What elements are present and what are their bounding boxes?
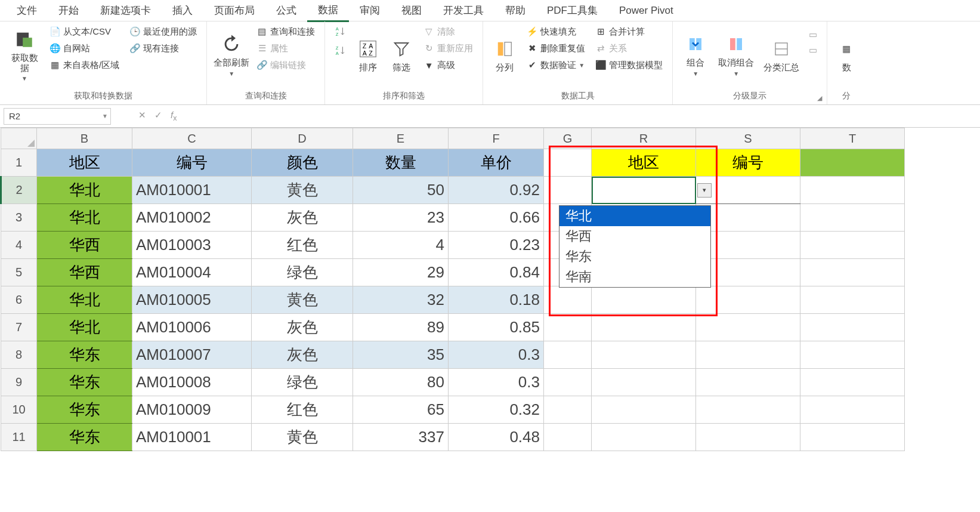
col-header-B[interactable]: B [37,128,132,149]
row-header-11[interactable]: 11 [1,424,37,451]
from-table-button[interactable]: ▦来自表格/区域 [47,57,122,73]
cell-F2[interactable]: 0.92 [449,177,544,204]
col-header-F[interactable]: F [449,128,544,149]
cell-G2[interactable] [544,177,592,204]
cell-E7[interactable]: 89 [353,314,449,341]
cancel-icon[interactable]: ✕ [138,110,146,122]
cell-E6[interactable]: 32 [353,286,449,314]
cell-D11[interactable]: 黄色 [252,424,353,451]
cell-T1[interactable] [800,149,905,177]
row-header-6[interactable]: 6 [1,286,37,314]
cell-F6[interactable]: 0.18 [449,286,544,314]
cell-F9[interactable]: 0.3 [449,369,544,396]
cell-D4[interactable]: 红色 [252,232,353,259]
validation-dropdown-button[interactable]: ▾ [697,183,712,198]
cell-R7[interactable] [592,314,696,341]
row-header-5[interactable]: 5 [1,259,37,286]
tab-insert[interactable]: 插入 [162,0,203,21]
tab-formula[interactable]: 公式 [265,0,307,21]
cell-G9[interactable] [544,369,592,396]
cell-S2[interactable] [696,177,800,204]
cell-R2[interactable] [592,177,696,204]
flash-fill-button[interactable]: ⚡快速填充 [524,24,588,39]
row-header-2[interactable]: 2 [1,177,37,204]
tab-home[interactable]: 开始 [48,0,89,21]
clear-filter-button[interactable]: ▽清除 [421,24,475,39]
sort-button[interactable]: ZAAZ 排序 [354,24,382,87]
row-header-1[interactable]: 1 [1,149,37,177]
cell-S8[interactable] [696,341,800,369]
tab-pdf[interactable]: PDF工具集 [536,0,608,21]
data-model-button[interactable]: ⬛管理数据模型 [592,57,665,73]
cell-G8[interactable] [544,341,592,369]
tab-newoption[interactable]: 新建选项卡 [89,0,162,21]
row-header-7[interactable]: 7 [1,314,37,341]
cell-E3[interactable]: 23 [353,204,449,232]
cell-B8[interactable]: 华东 [37,341,132,369]
cell-G6[interactable] [544,286,592,314]
cell-B2[interactable]: 华北 [37,177,132,204]
chevron-down-icon[interactable]: ▼ [102,113,108,119]
cell-B10[interactable]: 华东 [37,396,132,424]
name-box[interactable]: R2 ▼ [4,108,111,125]
dropdown-option-3[interactable]: 华南 [559,267,710,287]
formula-bar[interactable] [184,108,980,125]
hide-detail-button[interactable]: ▭ [806,43,820,57]
cell-D7[interactable]: 灰色 [252,314,353,341]
cell-B6[interactable]: 华北 [37,286,132,314]
cell-B9[interactable]: 华东 [37,369,132,396]
text-to-columns-button[interactable]: 分列 [490,24,519,87]
get-data-button[interactable]: 获取数 据 ▼ [7,24,42,87]
row-header-8[interactable]: 8 [1,341,37,369]
cell-R11[interactable] [592,424,696,451]
col-header-E[interactable]: E [353,128,449,149]
dropdown-option-2[interactable]: 华东 [559,246,710,267]
cell-F3[interactable]: 0.66 [449,204,544,232]
table-header-b[interactable]: 地区 [37,149,132,177]
cell-S6[interactable] [696,286,800,314]
refresh-all-button[interactable]: 全部刷新 ▼ [214,24,249,87]
row-header-9[interactable]: 9 [1,369,37,396]
advanced-filter-button[interactable]: ▼高级 [421,57,475,73]
col-header-T[interactable]: T [800,128,905,149]
dropdown-option-0[interactable]: 华北 [559,206,710,226]
cell-S9[interactable] [696,369,800,396]
cell-F7[interactable]: 0.85 [449,314,544,341]
cell-T8[interactable] [800,341,905,369]
cell-D10[interactable]: 红色 [252,396,353,424]
table-header-c[interactable]: 编号 [132,149,252,177]
cell-E8[interactable]: 35 [353,341,449,369]
existing-connections-button[interactable]: 🔗现有连接 [126,41,199,56]
remove-duplicates-button[interactable]: ✖删除重复值 [524,41,588,56]
cell-S3[interactable] [696,204,800,232]
cell-D8[interactable]: 灰色 [252,341,353,369]
cell-B4[interactable]: 华西 [37,232,132,259]
lookup-header-s[interactable]: 编号 [696,149,800,177]
cell-D5[interactable]: 绿色 [252,259,353,286]
col-header-C[interactable]: C [132,128,252,149]
cell-D2[interactable]: 黄色 [252,177,353,204]
tab-review[interactable]: 审阅 [349,0,391,21]
relationships-button[interactable]: ⇄关系 [592,41,665,56]
cell-R8[interactable] [592,341,696,369]
cell-S11[interactable] [696,424,800,451]
sort-asc-button[interactable]: AZ [332,24,349,39]
cell-B3[interactable]: 华北 [37,204,132,232]
cell-G7[interactable] [544,314,592,341]
dialog-launcher-icon[interactable]: ◢ [817,94,822,102]
sort-desc-button[interactable]: ZA [332,43,349,58]
cell-D3[interactable]: 灰色 [252,204,353,232]
recent-sources-button[interactable]: 🕒最近使用的源 [126,24,199,39]
properties-button[interactable]: ☰属性 [253,41,317,56]
data-validation-button[interactable]: ✔数据验证▼ [524,57,588,73]
cell-D9[interactable]: 绿色 [252,369,353,396]
filter-button[interactable]: 筛选 [387,24,416,87]
validation-dropdown-list[interactable]: 华北华西华东华南 [559,205,711,288]
tab-data[interactable]: 数据 [307,0,349,22]
cell-D6[interactable]: 黄色 [252,286,353,314]
cell-E4[interactable]: 4 [353,232,449,259]
cell-E5[interactable]: 29 [353,259,449,286]
col-header-G[interactable]: G [544,128,592,149]
cell-T3[interactable] [800,204,905,232]
row-header-10[interactable]: 10 [1,396,37,424]
